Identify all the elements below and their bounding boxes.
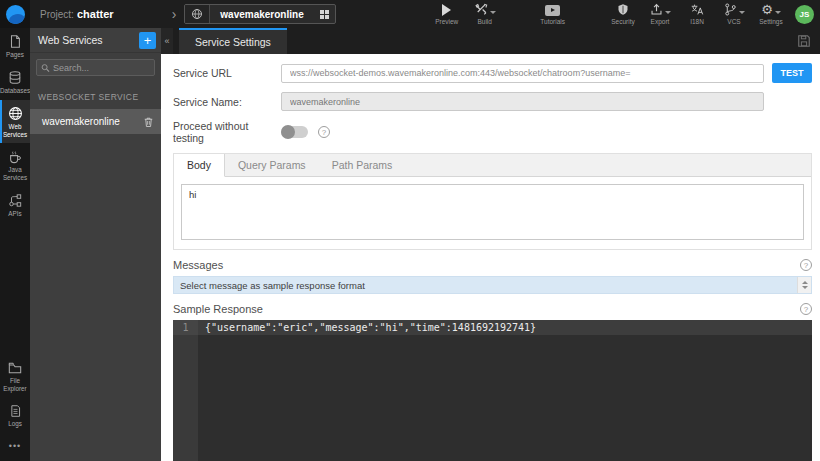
add-service-button[interactable]: + [139,32,156,49]
play-icon [442,4,451,16]
project-label: Project: [40,9,74,20]
main-editor: « Service Settings Service URL TEST Serv… [161,28,820,461]
sidebar-item-web-services[interactable]: Web Services [0,100,30,144]
database-icon [8,70,22,85]
vcs-label: VCS [727,18,740,25]
tutorials-label: Tutorials [540,18,565,25]
service-search-box[interactable] [36,59,155,76]
scroll-up-icon [802,281,808,284]
tab-body[interactable]: Body [174,154,225,177]
chevron-down-icon [739,11,745,14]
tutorials-button[interactable]: Tutorials [540,3,566,25]
messages-placeholder: Select message as sample response format [180,280,365,291]
sidebar-item-java-services[interactable]: Java Services [0,143,30,187]
build-button[interactable]: Build [472,3,498,25]
code-line: {"username":"eric","message":"hi","time"… [198,320,812,335]
api-nodes-icon [8,193,22,208]
topbar-right-actions: Security Export I18N VCS ⚙ Settings JS [610,3,820,25]
web-services-panel: Web Services + WEBSOCKET SERVICE wavemak… [30,28,161,461]
page-icon [8,34,22,49]
panel-header: Web Services + [30,28,161,53]
messages-help-icon[interactable]: ? [800,259,812,271]
wavemaker-logo[interactable] [0,0,30,28]
chevron-down-icon [490,11,496,14]
save-button[interactable] [797,28,820,54]
preview-button[interactable]: Preview [434,3,460,25]
line-number: 1 [173,320,198,335]
user-avatar[interactable]: JS [795,5,814,24]
globe-icon [8,106,23,121]
messages-title: Messages [173,259,223,271]
topbar: Project: chatter › wavemakeronline Previ… [0,0,820,28]
request-tabs-panel: Body Query Params Path Params [173,153,812,250]
security-button[interactable]: Security [610,3,636,25]
chevron-down-icon [775,11,781,14]
service-selector[interactable]: wavemakeronline [184,4,335,24]
editor-code-area[interactable]: {"username":"eric","message":"hi","time"… [198,320,812,461]
service-selector-label: wavemakeronline [210,9,313,20]
sidebar-item-apis[interactable]: APIs [0,187,30,223]
vcs-button[interactable]: VCS [721,3,747,25]
more-options-button[interactable]: ••• [0,433,30,461]
sidebar-item-pages[interactable]: Pages [0,28,30,64]
chevron-down-icon [665,11,671,14]
service-name-label: Service Name: [173,96,281,108]
export-button[interactable]: Export [647,3,673,25]
service-name-input [281,92,764,111]
editor-tabbar: « Service Settings [161,28,820,54]
trash-icon [143,116,154,128]
save-icon [797,34,811,48]
wavemaker-logo-icon [6,5,25,24]
project-title: Project: chatter [40,8,114,20]
build-label: Build [477,18,491,25]
service-list-item[interactable]: wavemakeronline [30,109,161,134]
coffee-icon [8,149,22,164]
video-icon [545,5,560,16]
service-url-input[interactable] [281,64,764,83]
i18n-button[interactable]: I18N [684,3,710,25]
grid-icon[interactable] [314,5,335,23]
export-label: Export [651,18,670,25]
service-url-label: Service URL [173,67,281,79]
project-name: chatter [77,8,114,20]
sample-response-header: Sample Response ? [173,303,812,315]
sample-response-help-icon[interactable]: ? [800,303,812,315]
i18n-label: I18N [690,18,704,25]
sidebar-item-file-explorer[interactable]: File Explorer [0,355,30,398]
collapse-panel-button[interactable]: « [161,28,173,54]
breadcrumb-chevron-icon: › [172,7,177,21]
branch-icon [724,3,737,16]
service-url-row: Service URL TEST [173,63,812,83]
scroll-down-icon [802,286,808,289]
log-file-icon [9,404,22,418]
tab-path-params[interactable]: Path Params [319,154,406,176]
security-label: Security [611,18,634,25]
help-icon[interactable]: ? [318,126,330,138]
listbox-scroll-arrows[interactable] [797,277,811,293]
request-tabstrip: Body Query Params Path Params [174,154,811,177]
sidebar-item-logs[interactable]: Logs [0,398,30,433]
body-tab-content [174,177,811,249]
messages-header: Messages ? [173,259,812,271]
sample-response-title: Sample Response [173,303,263,315]
proceed-toggle[interactable] [281,126,308,138]
delete-service-button[interactable] [143,116,154,128]
test-button[interactable]: TEST [772,63,812,83]
tab-query-params[interactable]: Query Params [225,154,319,176]
tab-service-settings[interactable]: Service Settings [179,28,287,54]
messages-listbox[interactable]: Select message as sample response format [173,276,812,294]
search-input[interactable] [53,63,150,73]
message-body-textarea[interactable] [181,184,804,240]
sample-response-editor[interactable]: 1 {"username":"eric","message":"hi","tim… [173,320,812,461]
settings-button[interactable]: ⚙ Settings [758,3,784,25]
search-icon [41,63,50,73]
rail-spacer [0,223,30,355]
sidebar-item-databases[interactable]: Databases [0,64,30,100]
gear-icon: ⚙ [761,3,773,16]
service-name: wavemakeronline [42,116,120,127]
shield-icon [617,3,629,16]
section-title: WEBSOCKET SERVICE [30,80,161,109]
settings-label: Settings [759,18,783,25]
preview-label: Preview [435,18,458,25]
export-icon [650,3,663,16]
